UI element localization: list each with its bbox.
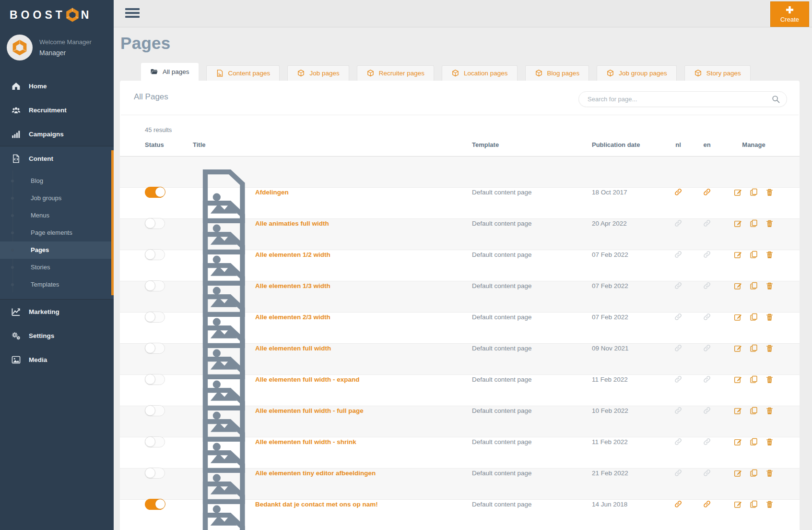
search-input[interactable] bbox=[578, 91, 787, 107]
edit-button[interactable] bbox=[733, 188, 742, 197]
en-link-icon bbox=[703, 219, 711, 228]
delete-button[interactable] bbox=[765, 437, 774, 446]
duplicate-button[interactable] bbox=[749, 250, 758, 259]
page-title-link[interactable]: Alle elementen 2/3 width bbox=[255, 313, 330, 321]
edit-button[interactable] bbox=[733, 250, 742, 259]
sidebar-item-settings[interactable]: Settings bbox=[0, 324, 114, 348]
create-button[interactable]: Create bbox=[770, 1, 809, 27]
page-title-link[interactable]: Alle elementen full width - shrink bbox=[255, 438, 356, 446]
sidebar-subitem-pages[interactable]: Pages bbox=[0, 241, 114, 259]
search-icon[interactable] bbox=[771, 95, 780, 104]
sidebar-item-recruitment[interactable]: Recruitment bbox=[0, 98, 114, 122]
status-toggle[interactable] bbox=[145, 280, 165, 291]
en-link-icon bbox=[703, 469, 711, 477]
tab-content-pages[interactable]: Content pages bbox=[206, 65, 280, 81]
edit-button[interactable] bbox=[733, 219, 742, 228]
duplicate-button[interactable] bbox=[749, 281, 758, 290]
status-toggle[interactable] bbox=[145, 343, 165, 354]
delete-button[interactable] bbox=[765, 219, 774, 228]
tab-location-pages[interactable]: Location pages bbox=[442, 65, 518, 81]
manage-cell bbox=[721, 313, 786, 322]
status-cell bbox=[145, 280, 193, 291]
page-title-link[interactable]: Alle elementen 1/2 width bbox=[255, 251, 330, 258]
pages-panel: All Pages 45 results StatusTitleTemplate… bbox=[120, 81, 800, 530]
page-title-link[interactable]: Bedankt dat je contact met ons op nam! bbox=[255, 501, 378, 508]
duplicate-button[interactable] bbox=[749, 406, 758, 415]
tab-all-pages[interactable]: All pages bbox=[141, 63, 199, 81]
edit-button[interactable] bbox=[733, 406, 742, 415]
edit-button[interactable] bbox=[733, 375, 742, 384]
sidebar-subitem-stories[interactable]: Stories bbox=[0, 259, 114, 276]
edit-button[interactable] bbox=[733, 500, 742, 509]
delete-button[interactable] bbox=[765, 188, 774, 197]
sidebar-scrollbar-thumb[interactable] bbox=[111, 150, 114, 295]
page-title-link[interactable]: Afdelingen bbox=[255, 189, 289, 196]
nl-link-icon[interactable] bbox=[674, 500, 683, 508]
sidebar-subitem-templates[interactable]: Templates bbox=[0, 276, 114, 293]
page-title-link[interactable]: Alle animaties full width bbox=[255, 220, 329, 227]
duplicate-button[interactable] bbox=[749, 437, 758, 446]
duplicate-button[interactable] bbox=[749, 469, 758, 478]
delete-button[interactable] bbox=[765, 469, 774, 478]
page-title-link[interactable]: Alle elementen full width - expand bbox=[255, 376, 360, 383]
status-toggle[interactable] bbox=[145, 499, 165, 510]
duplicate-button[interactable] bbox=[749, 375, 758, 384]
cube-icon bbox=[535, 69, 543, 77]
delete-button[interactable] bbox=[765, 406, 774, 415]
edit-button[interactable] bbox=[733, 469, 742, 478]
template-cell: Default content page bbox=[472, 251, 592, 258]
status-toggle[interactable] bbox=[145, 405, 165, 416]
manage-cell bbox=[721, 437, 786, 446]
status-toggle[interactable] bbox=[145, 187, 165, 198]
delete-button[interactable] bbox=[765, 250, 774, 259]
template-cell: Default content page bbox=[472, 407, 592, 414]
sidebar-subitem-blog[interactable]: Blog bbox=[0, 172, 114, 190]
duplicate-button[interactable] bbox=[749, 500, 758, 509]
tab-story-pages[interactable]: Story pages bbox=[684, 65, 751, 81]
tab-job-pages[interactable]: Job pages bbox=[287, 65, 349, 81]
sidebar-item-campaigns[interactable]: Campaigns bbox=[0, 122, 114, 146]
sidebar-subitem-job-groups[interactable]: Job groups bbox=[0, 190, 114, 207]
status-toggle[interactable] bbox=[145, 374, 165, 385]
sidebar-item-marketing[interactable]: Marketing bbox=[0, 300, 114, 324]
user-welcome-text: Welcome Manager bbox=[39, 38, 92, 46]
tab-blog-pages[interactable]: Blog pages bbox=[525, 65, 589, 81]
delete-button[interactable] bbox=[765, 500, 774, 509]
status-toggle[interactable] bbox=[145, 468, 165, 479]
duplicate-button[interactable] bbox=[749, 313, 758, 322]
status-toggle[interactable] bbox=[145, 312, 165, 323]
tab-recruiter-pages[interactable]: Recruiter pages bbox=[357, 65, 434, 81]
edit-button[interactable] bbox=[733, 281, 742, 290]
sidebar-item-home[interactable]: Home bbox=[0, 74, 114, 98]
duplicate-button[interactable] bbox=[749, 344, 758, 353]
duplicate-button[interactable] bbox=[749, 188, 758, 197]
bar-chart-icon bbox=[11, 129, 21, 139]
delete-button[interactable] bbox=[765, 375, 774, 384]
hamburger-menu-icon[interactable] bbox=[125, 8, 140, 20]
edit-button[interactable] bbox=[733, 437, 742, 446]
delete-button[interactable] bbox=[765, 281, 774, 290]
status-toggle[interactable] bbox=[145, 436, 165, 447]
edit-button[interactable] bbox=[733, 344, 742, 353]
nl-link-icon[interactable] bbox=[674, 188, 683, 196]
edit-button[interactable] bbox=[733, 313, 742, 322]
delete-button[interactable] bbox=[765, 313, 774, 322]
page-title-link[interactable]: Alle elementen 1/3 width bbox=[255, 282, 330, 289]
tab-job-group-pages[interactable]: Job group pages bbox=[597, 65, 677, 81]
sidebar-item-content[interactable]: Content bbox=[0, 146, 114, 170]
sidebar-item-media[interactable]: Media bbox=[0, 348, 114, 372]
status-toggle[interactable] bbox=[145, 218, 165, 229]
delete-button[interactable] bbox=[765, 344, 774, 353]
sidebar-subitem-menus[interactable]: Menus bbox=[0, 207, 114, 224]
sidebar: BOOST N Welcome Manager Manager HomeRecr… bbox=[0, 0, 114, 530]
page-title-link[interactable]: Alle elementen full width bbox=[255, 345, 331, 352]
duplicate-button[interactable] bbox=[749, 219, 758, 228]
page-title-link[interactable]: Alle elementen tiny editor afbeeldingen bbox=[255, 470, 376, 477]
en-link-icon[interactable] bbox=[703, 500, 711, 508]
publication-date-cell: 14 Jun 2018 bbox=[592, 501, 664, 508]
en-link-icon[interactable] bbox=[703, 188, 711, 196]
status-toggle[interactable] bbox=[145, 249, 165, 260]
status-cell bbox=[145, 436, 193, 447]
page-title-link[interactable]: Alle elementen full width - full page bbox=[255, 407, 364, 414]
sidebar-subitem-page-elements[interactable]: Page elements bbox=[0, 224, 114, 241]
